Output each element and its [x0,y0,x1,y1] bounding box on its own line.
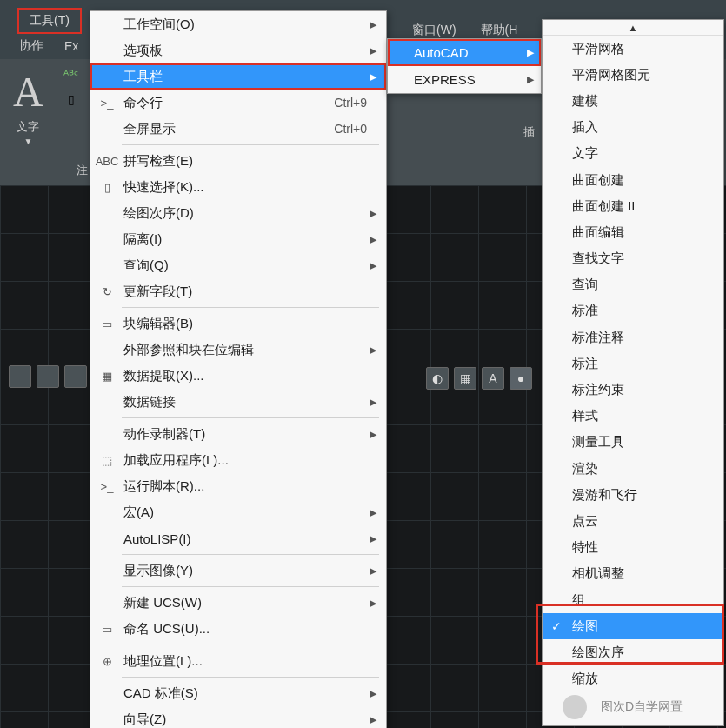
toolbar-option-1[interactable]: 平滑网格图元 [543,62,723,88]
menu-item-6[interactable]: ABC拼写检查(E) [90,148,386,174]
shape-icon-3[interactable] [64,365,87,388]
spellcheck-icon[interactable]: ᴬᴮᶜ [63,66,80,83]
submenu-arrow-icon: ▶ [367,234,379,245]
toolbar-option-7[interactable]: 曲面编辑 [543,219,723,245]
menu-item-4[interactable]: 全屏显示Ctrl+0 [90,116,386,142]
submenu1-item-1[interactable]: EXPRESS▶ [388,66,541,93]
toolbar-option-9[interactable]: 查询 [543,272,723,298]
toolbar-option-8[interactable]: 查找文字 [543,246,723,272]
menu-item-icon: ↻ [96,283,118,300]
menu-item-icon: ⊕ [96,652,118,670]
menu-item-label: 更新字段(T) [118,284,379,300]
menu-item-26[interactable]: 新建 UCS(W)▶ [90,590,386,616]
menu-item-15[interactable]: ▦数据提取(X)... [90,363,386,389]
toolbar-option-0[interactable]: 平滑网格 [543,36,723,62]
tab-collab[interactable]: 协作 [9,38,54,54]
menu-item-label: 运行脚本(R)... [118,478,379,495]
menu-item-label: 绘图次序(D) [118,205,367,222]
menu-item-11[interactable]: ↻更新字段(T) [90,278,386,304]
toolbar-option-11[interactable]: 标准注释 [543,324,723,351]
menu-item-7[interactable]: ▯快速选择(K)... [90,174,386,200]
grid-icon[interactable]: ▦ [454,367,476,390]
tab-ex[interactable]: Ex [54,39,89,53]
text-icon[interactable]: A [13,68,43,116]
toolbar-option-10[interactable]: 标准 [543,298,723,324]
menu-item-label: CAD 标准(S) [118,685,367,702]
toolbar-option-20[interactable]: 相机调整 [543,561,723,587]
menu-item-22[interactable]: AutoLISP(I)▶ [90,525,386,551]
menu-item-label: 地理位置(L)... [118,653,379,670]
submenu-arrow-icon: ▶ [367,565,379,577]
toolbar-option-after-1[interactable]: 缩放 [543,666,723,692]
menu-item-icon: >_ [96,478,118,495]
menu-item-18[interactable]: 动作录制器(T)▶ [90,421,386,447]
menu-item-label: 新建 UCS(W) [118,595,367,611]
menu-tools[interactable]: 工具(T) [17,8,82,34]
menu-item-16[interactable]: 数据链接▶ [90,389,386,415]
menu-item-3[interactable]: >_命令行Ctrl+9 [90,90,386,116]
toolbar-option-6[interactable]: 曲面创建 II [543,193,723,219]
toolbar-option-4[interactable]: 文字 [543,141,723,167]
menu-item-21[interactable]: 宏(A)▶ [90,499,386,525]
dropdown-arrow-icon[interactable]: ▼ [23,137,32,146]
menu-shortcut: Ctrl+0 [334,122,379,136]
select-icon[interactable]: ▯ [63,90,80,108]
menu-item-icon [96,594,118,611]
submenu1-item-0[interactable]: AutoCAD▶ [388,39,541,66]
toolbar-option-14[interactable]: 样式 [543,404,723,430]
menu-item-label: AutoLISP(I) [118,531,367,546]
floating-toolbar-left [9,365,87,388]
menu-item-icon [96,68,118,85]
menu-item-10[interactable]: 查询(Q)▶ [90,252,386,278]
toolbar-option-5[interactable]: 曲面创建 [543,167,723,193]
menu-item-14[interactable]: 外部参照和块在位编辑▶ [90,337,386,363]
toolbar-submenu: AutoCAD▶EXPRESS▶ [387,38,542,94]
menu-item-icon [96,504,118,521]
toolbar-option-16[interactable]: 渲染 [543,456,723,482]
toolbar-option-13[interactable]: 标注约束 [543,377,723,403]
menu-item-label: 宏(A) [118,504,367,521]
menu-item-31[interactable]: CAD 标准(S)▶ [90,680,386,706]
menu-item-icon [96,230,118,248]
menu-item-9[interactable]: 隔离(I)▶ [90,226,386,252]
ribbon-text-label: 文字 [17,119,39,135]
menu-item-icon [96,685,118,702]
scroll-up-arrow[interactable]: ▲ [543,20,723,36]
color-icon[interactable]: ● [510,367,532,390]
toolbar-option-15[interactable]: 测量工具 [543,430,723,456]
menu-item-label: 快速选择(K)... [118,179,379,196]
menu-item-label: 选项板 [118,43,367,59]
shape-icon-1[interactable] [9,365,31,388]
toolbar-option-19[interactable]: 特性 [543,535,723,561]
wechat-icon [563,695,587,719]
toolbar-option-12[interactable]: 标注 [543,351,723,377]
toolbar-option-17[interactable]: 漫游和飞行 [543,482,723,508]
shape-icon-2[interactable] [37,365,59,388]
menu-item-label: 拼写检查(E) [118,153,379,170]
menu-item-24[interactable]: 显示图像(Y)▶ [90,558,386,584]
toolbar-option-2[interactable]: 建模 [543,88,723,114]
lamp-icon[interactable]: ◐ [426,367,449,390]
menu-item-1[interactable]: 选项板▶ [90,37,386,63]
menu-item-8[interactable]: 绘图次序(D)▶ [90,200,386,226]
menu-item-20[interactable]: >_运行脚本(R)... [90,473,386,499]
text-a-icon[interactable]: A [482,367,504,390]
menu-item-0[interactable]: 工作空间(O)▶ [90,11,386,37]
submenu-arrow-icon: ▶ [367,344,379,356]
menu-item-19[interactable]: ⬚加载应用程序(L)... [90,447,386,473]
menu-item-icon: >_ [96,94,118,111]
menu-item-icon [96,393,118,411]
menu-item-icon [96,120,118,137]
toolbar-option-3[interactable]: 插入 [543,115,723,141]
menu-shortcut: Ctrl+9 [334,96,379,110]
menu-item-13[interactable]: ▭块编辑器(B) [90,311,386,337]
menu-item-27[interactable]: ▭命名 UCS(U)... [90,616,386,642]
menu-item-32[interactable]: 向导(Z)▶ [90,706,386,728]
menu-item-icon [96,204,118,222]
toolbar-option-18[interactable]: 点云 [543,508,723,534]
menu-item-29[interactable]: ⊕地理位置(L)... [90,648,386,674]
menu-item-icon: ⬚ [96,451,118,469]
submenu-arrow-icon: ▶ [367,688,379,699]
menu-item-icon [96,562,118,579]
menu-item-2[interactable]: 工具栏▶ [90,63,386,90]
